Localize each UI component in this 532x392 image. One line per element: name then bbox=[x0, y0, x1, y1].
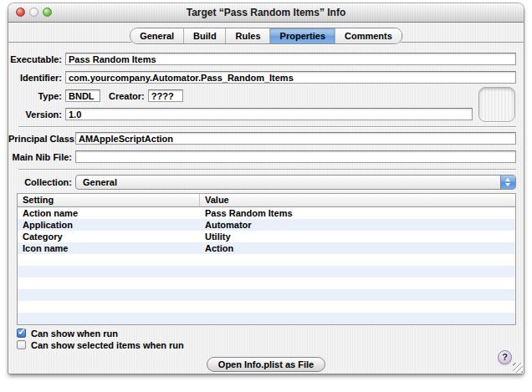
identifier-field[interactable] bbox=[65, 71, 516, 84]
zoom-button-icon[interactable] bbox=[43, 8, 52, 17]
target-info-window: Target “Pass Random Items” Info GeneralB… bbox=[8, 3, 524, 374]
checkbox-box[interactable] bbox=[17, 328, 26, 338]
table-row[interactable]: Action namePass Random Items bbox=[18, 207, 515, 219]
title-bar[interactable]: Target “Pass Random Items” Info bbox=[8, 3, 524, 23]
version-field[interactable] bbox=[65, 108, 473, 120]
tab-properties[interactable]: Properties bbox=[271, 28, 335, 43]
popup-stepper-icon bbox=[500, 176, 515, 189]
collection-label: Collection: bbox=[8, 177, 72, 187]
properties-table-header: Setting Value bbox=[18, 194, 515, 207]
executable-field[interactable] bbox=[65, 53, 516, 65]
identifier-label: Identifier: bbox=[8, 73, 62, 83]
tab-bar: GeneralBuildRulesPropertiesComments bbox=[130, 28, 402, 44]
collection-row: Collection: General bbox=[8, 175, 516, 190]
type-creator-row: Type: Creator: bbox=[8, 89, 516, 102]
checkbox-box[interactable] bbox=[17, 340, 26, 349]
column-header-value[interactable]: Value bbox=[200, 194, 234, 206]
creator-field[interactable] bbox=[148, 89, 183, 102]
table-row[interactable] bbox=[18, 254, 515, 266]
table-row[interactable] bbox=[18, 277, 515, 289]
separator bbox=[18, 169, 516, 170]
type-field[interactable] bbox=[65, 89, 100, 102]
minimize-button-icon[interactable] bbox=[29, 8, 38, 17]
principal-class-row: Principal Class: bbox=[8, 132, 516, 145]
table-row[interactable]: ApplicationAutomator bbox=[18, 219, 515, 231]
close-button-icon[interactable] bbox=[16, 8, 25, 17]
executable-row: Executable: bbox=[8, 53, 516, 65]
icon-well[interactable] bbox=[478, 87, 515, 122]
properties-table-body: Action namePass Random ItemsApplicationA… bbox=[18, 207, 515, 324]
executable-label: Executable: bbox=[8, 54, 62, 64]
window-title: Target “Pass Random Items” Info bbox=[187, 7, 345, 18]
bundle-settings-form: Executable: Identifier: Type: Creator: V… bbox=[8, 53, 524, 120]
footer: Open Info.plist as File bbox=[8, 357, 524, 374]
tab-row: GeneralBuildRulesPropertiesComments bbox=[8, 23, 524, 44]
table-row[interactable] bbox=[18, 266, 515, 277]
tab-build[interactable]: Build bbox=[184, 28, 227, 43]
principal-class-field[interactable] bbox=[75, 132, 516, 145]
resize-grip-icon[interactable] bbox=[513, 363, 523, 373]
collection-popup[interactable]: General bbox=[75, 175, 516, 190]
open-plist-button[interactable]: Open Info.plist as File bbox=[207, 357, 325, 372]
checkbox-area: Can show when run Can show selected item… bbox=[17, 328, 524, 350]
main-nib-field[interactable] bbox=[75, 150, 516, 163]
help-button[interactable]: ? bbox=[498, 350, 512, 364]
properties-table: Setting Value Action namePass Random Ite… bbox=[17, 193, 516, 325]
main-nib-row: Main Nib File: bbox=[8, 150, 516, 163]
identifier-row: Identifier: bbox=[8, 71, 516, 84]
tab-rules[interactable]: Rules bbox=[227, 28, 271, 43]
checkbox-label: Can show selected items when run bbox=[31, 340, 184, 350]
version-label: Version: bbox=[8, 109, 62, 120]
checkbox-label: Can show when run bbox=[31, 328, 118, 339]
table-row[interactable] bbox=[18, 313, 515, 324]
collection-popup-value: General bbox=[83, 177, 117, 187]
creator-label: Creator: bbox=[109, 91, 145, 101]
main-nib-label: Main Nib File: bbox=[8, 152, 72, 162]
window-controls bbox=[16, 8, 52, 17]
type-label: Type: bbox=[8, 91, 62, 101]
principal-class-label: Principal Class: bbox=[8, 134, 72, 144]
table-row[interactable] bbox=[18, 289, 515, 301]
can-show-selected-items-row[interactable]: Can show selected items when run bbox=[17, 339, 524, 350]
tab-comments[interactable]: Comments bbox=[335, 28, 402, 43]
version-row: Version: bbox=[8, 108, 516, 120]
tab-general[interactable]: General bbox=[130, 28, 184, 43]
table-row[interactable] bbox=[18, 301, 515, 313]
table-row[interactable]: Icon nameAction bbox=[18, 242, 515, 254]
column-header-setting[interactable]: Setting bbox=[18, 194, 200, 206]
separator bbox=[18, 126, 516, 127]
table-row[interactable]: CategoryUtility bbox=[18, 231, 515, 242]
can-show-when-run-row[interactable]: Can show when run bbox=[17, 328, 524, 339]
